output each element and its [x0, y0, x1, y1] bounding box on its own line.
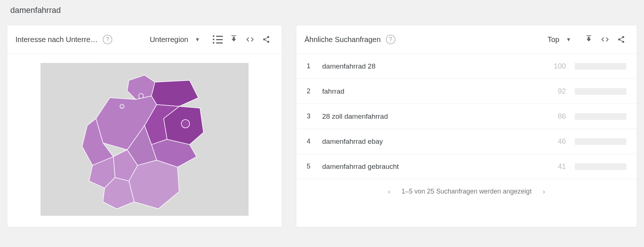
share-icon[interactable] [614, 32, 629, 47]
query-row[interactable]: 328 zoll damenfahrrad86 [296, 104, 637, 129]
query-rank: 4 [307, 138, 313, 145]
sort-dropdown-label: Top [548, 35, 559, 44]
subregion-dropdown[interactable]: Unterregion ▼ [150, 35, 200, 44]
query-term: 28 zoll damenfahrrad [322, 112, 535, 121]
query-bar [575, 163, 626, 170]
map-card-title: Interesse nach Unterre… [15, 35, 98, 44]
download-icon[interactable] [226, 32, 241, 47]
query-rank: 3 [307, 112, 313, 120]
query-rank: 5 [307, 163, 313, 170]
query-row[interactable]: 1damenfahrrad 28100 [296, 54, 637, 79]
page-title: damenfahrrad [10, 6, 637, 15]
related-queries-card: Ähnliche Suchanfragen ? Top ▼ 1damenfahr… [296, 25, 637, 227]
query-row[interactable]: 5damenfahrrad gebraucht41 [296, 154, 637, 179]
next-page-icon[interactable]: › [543, 187, 545, 196]
svg-point-3 [138, 94, 143, 98]
query-value: 100 [544, 62, 566, 70]
query-list: 1damenfahrrad 281002fahrrad92328 zoll da… [296, 54, 637, 179]
sort-dropdown[interactable]: Top ▼ [548, 35, 571, 44]
map-card-header: Interesse nach Unterre… ? Unterregion ▼ [7, 25, 282, 54]
query-value: 92 [544, 87, 566, 95]
query-term: damenfahrrad gebraucht [322, 163, 535, 171]
query-row[interactable]: 2fahrrad92 [296, 79, 637, 104]
pager-text: 1–5 von 25 Suchanfragen werden angezeigt [401, 188, 531, 195]
queries-card-title: Ähnliche Suchanfragen [305, 35, 381, 44]
query-value: 46 [544, 137, 566, 146]
query-term: damenfahrrad 28 [322, 62, 535, 70]
share-icon[interactable] [259, 32, 274, 47]
embed-icon[interactable] [598, 32, 612, 47]
query-bar [575, 113, 626, 120]
prev-page-icon[interactable]: ‹ [388, 187, 391, 196]
query-term: fahrrad [322, 87, 535, 95]
query-bar [575, 63, 626, 70]
download-icon[interactable] [581, 32, 596, 47]
query-rank: 2 [307, 87, 313, 95]
subregion-dropdown-label: Unterregion [150, 35, 189, 44]
help-icon[interactable]: ? [386, 35, 395, 44]
svg-point-2 [120, 104, 124, 108]
queries-card-header: Ähnliche Suchanfragen ? Top ▼ [296, 25, 637, 54]
help-icon[interactable]: ? [103, 35, 112, 44]
germany-map[interactable] [7, 54, 282, 227]
query-row[interactable]: 4damenfahrrad ebay46 [296, 129, 637, 154]
query-value: 41 [544, 162, 566, 171]
interest-by-subregion-card: Interesse nach Unterre… ? Unterregion ▼ [7, 25, 282, 227]
chevron-down-icon: ▼ [566, 36, 571, 42]
query-bar [575, 88, 626, 95]
svg-point-1 [181, 119, 190, 128]
chevron-down-icon: ▼ [195, 36, 200, 42]
query-bar [575, 138, 626, 145]
embed-icon[interactable] [243, 32, 257, 47]
query-term: damenfahrrad ebay [322, 138, 535, 146]
query-value: 86 [544, 112, 566, 121]
query-rank: 1 [307, 62, 313, 70]
list-view-icon[interactable] [210, 32, 225, 47]
pager: ‹ 1–5 von 25 Suchanfragen werden angezei… [296, 179, 637, 204]
